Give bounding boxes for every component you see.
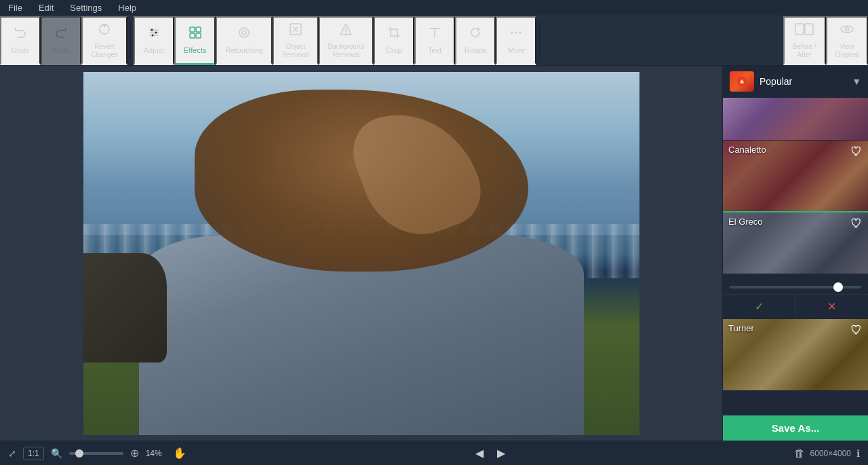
- svg-rect-7: [196, 27, 201, 32]
- revert-button[interactable]: Revert Changes: [81, 16, 127, 65]
- effect-thumb-popular: [723, 98, 868, 140]
- panel-category-icon: [730, 71, 754, 92]
- svg-point-18: [519, 32, 521, 34]
- svg-rect-19: [795, 24, 804, 35]
- view-original-button[interactable]: View Original: [826, 16, 868, 65]
- effects-button[interactable]: Effects: [174, 16, 216, 65]
- before-after-button[interactable]: Before / After: [783, 16, 826, 65]
- photo-rock: [83, 253, 167, 362]
- revert-label: Revert Changes: [91, 43, 118, 59]
- background-removal-icon: [338, 22, 353, 40]
- object-removal-button[interactable]: Object Removal: [273, 16, 318, 65]
- fit-to-window-button[interactable]: ⤢: [8, 448, 16, 459]
- canaletto-favorite-button[interactable]: [850, 145, 863, 160]
- rotate-icon: [468, 25, 483, 43]
- effects-label: Effects: [184, 46, 206, 55]
- canaletto-label: Canaletto: [728, 145, 766, 155]
- svg-point-16: [511, 32, 513, 34]
- more-label: More: [508, 46, 525, 55]
- object-removal-icon: [288, 22, 303, 40]
- view-original-icon: [840, 22, 854, 40]
- panel-header: Popular ▼: [723, 66, 868, 98]
- undo-button[interactable]: Undo: [0, 16, 41, 65]
- retouching-icon: [237, 25, 252, 43]
- zoom-value: 14%: [146, 449, 166, 458]
- crop-label: Crop: [386, 46, 402, 55]
- menubar: File Edit Settings Help: [0, 0, 868, 16]
- redo-icon: [54, 25, 68, 43]
- effects-list: Canaletto El Greco: [723, 98, 868, 415]
- background-removal-label: Background Removal: [328, 43, 364, 59]
- redo-button[interactable]: Redo: [41, 16, 81, 65]
- menu-edit[interactable]: Edit: [36, 1, 56, 14]
- delete-button[interactable]: 🗑: [794, 447, 805, 460]
- before-after-label: Before / After: [793, 43, 816, 59]
- canvas-image: [83, 72, 639, 435]
- effect-actions: ✓ ✕: [723, 294, 868, 318]
- retouching-button[interactable]: Retouching: [216, 16, 273, 65]
- info-button[interactable]: ℹ: [856, 448, 860, 459]
- panel-dropdown-arrow[interactable]: ▼: [852, 76, 861, 87]
- canvas-area: [0, 66, 722, 441]
- pan-tool-button[interactable]: ✋: [173, 447, 186, 460]
- effect-reject-button[interactable]: ✕: [795, 294, 869, 318]
- right-panel: Popular ▼ Canaletto: [722, 66, 868, 441]
- resolution-display: 6000×4000: [810, 449, 851, 458]
- effect-item-popular[interactable]: [723, 98, 868, 141]
- effect-item-turner[interactable]: Turner: [723, 319, 868, 391]
- svg-rect-20: [805, 24, 813, 35]
- zoom-slider[interactable]: [69, 452, 123, 455]
- statusbar-left: ⤢ 1:1 🔍 ⊕ 14% ✋: [8, 447, 186, 460]
- effect-item-el-greco[interactable]: El Greco ✓ ✕: [723, 212, 868, 319]
- adjust-icon: [146, 25, 161, 43]
- menu-settings[interactable]: Settings: [67, 1, 104, 14]
- text-button[interactable]: Text: [414, 16, 455, 65]
- crop-button[interactable]: Crop: [374, 16, 414, 65]
- effects-icon: [188, 25, 203, 43]
- svg-point-15: [345, 33, 347, 34]
- next-image-button[interactable]: ▶: [493, 445, 509, 461]
- ratio-button[interactable]: 1:1: [23, 447, 44, 460]
- retouching-label: Retouching: [225, 46, 263, 55]
- rotate-button[interactable]: Rotate: [455, 16, 496, 65]
- zoom-out-button[interactable]: 🔍: [51, 448, 62, 459]
- toolbar: Undo Redo Revert Changes Adjust Effects …: [0, 16, 868, 66]
- more-icon: [509, 25, 524, 43]
- separator-2: [539, 22, 540, 60]
- nav-controls: ◀ ▶: [195, 445, 786, 461]
- object-removal-label: Object Removal: [282, 43, 309, 59]
- svg-point-10: [239, 28, 249, 37]
- redo-label: Redo: [52, 46, 70, 55]
- svg-point-11: [242, 31, 246, 35]
- svg-point-5: [151, 34, 154, 37]
- svg-rect-8: [190, 33, 195, 38]
- undo-icon: [13, 25, 28, 43]
- background-removal-button[interactable]: Background Removal: [319, 16, 374, 65]
- prev-image-button[interactable]: ◀: [471, 445, 488, 461]
- statusbar: ⤢ 1:1 🔍 ⊕ 14% ✋ ◀ ▶ 🗑 6000×4000 ℹ: [0, 441, 868, 465]
- main-area: Popular ▼ Canaletto: [0, 66, 868, 441]
- statusbar-right: 🗑 6000×4000 ℹ: [794, 447, 860, 460]
- effect-item-canaletto[interactable]: Canaletto: [723, 141, 868, 212]
- el-greco-slider[interactable]: [730, 286, 861, 289]
- turner-favorite-button[interactable]: [850, 323, 863, 338]
- svg-rect-9: [196, 33, 201, 38]
- el-greco-favorite-button[interactable]: [850, 217, 863, 231]
- text-label: Text: [428, 46, 441, 55]
- svg-point-4: [155, 31, 157, 34]
- menu-file[interactable]: File: [5, 1, 25, 14]
- adjust-button[interactable]: Adjust: [134, 16, 174, 65]
- effect-accept-button[interactable]: ✓: [723, 294, 795, 318]
- el-greco-label: El Greco: [728, 217, 763, 227]
- svg-point-21: [841, 26, 853, 33]
- svg-point-3: [151, 29, 153, 31]
- crop-icon: [387, 25, 401, 43]
- save-as-button[interactable]: Save As...: [723, 415, 868, 441]
- more-button[interactable]: More: [496, 16, 536, 65]
- separator-1: [130, 22, 131, 60]
- before-after-icon: [795, 22, 814, 40]
- menu-help[interactable]: Help: [115, 1, 139, 14]
- revert-icon: [97, 22, 112, 40]
- zoom-in-button[interactable]: ⊕: [130, 447, 139, 460]
- svg-point-22: [845, 28, 848, 31]
